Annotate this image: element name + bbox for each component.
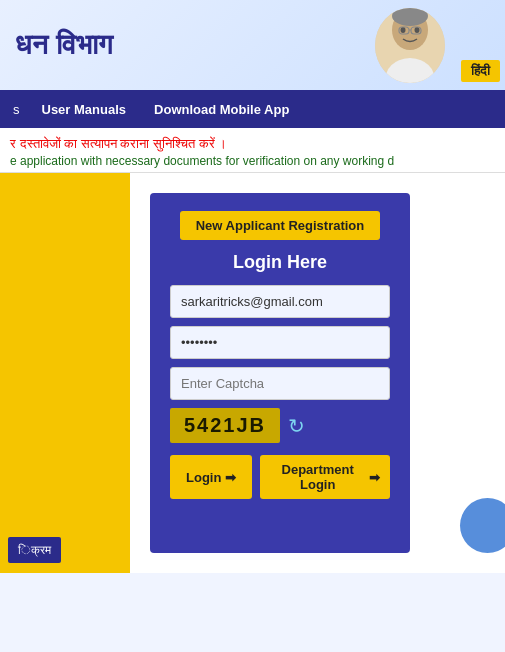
refresh-captcha-icon[interactable]: ↻: [288, 414, 305, 438]
captcha-image: 5421JB: [170, 408, 280, 443]
notice-english-text: e application with necessary documents f…: [10, 154, 495, 168]
notice-bar: र दस्तावेजों का सत्यापन कराना सुनिश्चित …: [0, 128, 505, 173]
person-image: [375, 8, 445, 83]
person-portrait-icon: [375, 8, 445, 83]
decorative-circle: [460, 498, 505, 553]
header: धन विभाग हिंदी: [0, 0, 505, 90]
nav-more[interactable]: s: [5, 94, 28, 125]
password-input[interactable]: [170, 326, 390, 359]
header-title: धन विभाग: [15, 29, 113, 62]
department-login-button[interactable]: Department Login ➡: [260, 455, 390, 499]
new-applicant-registration-button[interactable]: New Applicant Registration: [180, 211, 381, 240]
email-input[interactable]: [170, 285, 390, 318]
login-here-label: Login Here: [170, 252, 390, 273]
notice-hindi-text: र दस्तावेजों का सत्यापन कराना सुनिश्चित …: [10, 136, 495, 152]
nav-item-user-manuals[interactable]: User Manuals: [28, 94, 141, 125]
login-arrow-icon: ➡: [225, 470, 236, 485]
main-area: िक्रम New Applicant Registration Login H…: [0, 173, 505, 573]
captcha-input[interactable]: [170, 367, 390, 400]
left-panel-button[interactable]: िक्रम: [8, 537, 61, 563]
button-row: Login ➡ Department Login ➡: [170, 455, 390, 499]
svg-point-3: [401, 27, 406, 33]
left-panel: िक्रम: [0, 173, 130, 573]
svg-point-4: [415, 27, 420, 33]
captcha-row: 5421JB ↻: [170, 408, 390, 443]
nav-item-download-mobile-app[interactable]: Download Mobile App: [140, 94, 303, 125]
hindi-language-button[interactable]: हिंदी: [461, 60, 500, 82]
dept-login-arrow-icon: ➡: [369, 470, 380, 485]
navbar: s User Manuals Download Mobile App: [0, 90, 505, 128]
login-button[interactable]: Login ➡: [170, 455, 252, 499]
login-card: New Applicant Registration Login Here 54…: [150, 193, 410, 553]
